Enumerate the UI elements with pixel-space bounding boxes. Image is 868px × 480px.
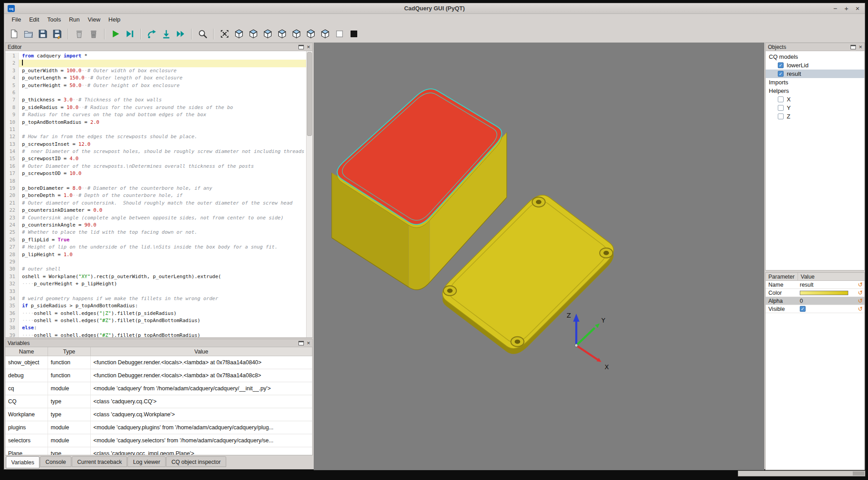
variables-column-name[interactable]: Name bbox=[5, 347, 48, 356]
code-line-18[interactable]: 18 bbox=[5, 178, 307, 185]
code-line-12[interactable]: 12# How far in from the edges the screwp… bbox=[5, 133, 307, 140]
zoom-icon[interactable] bbox=[196, 27, 209, 40]
editor-scrollbar[interactable] bbox=[306, 51, 312, 337]
param-row-name[interactable]: Nameresult↺ bbox=[766, 281, 864, 289]
code-line-20[interactable]: 20p_boreDepth = 1.0··# Depth of the coun… bbox=[5, 192, 307, 199]
code-line-38[interactable]: 38else: bbox=[5, 324, 307, 332]
code-line-30[interactable]: 30# outer shell bbox=[5, 266, 307, 273]
code-line-39[interactable]: 39····oshell = oshell.edges("#Z").fillet… bbox=[5, 332, 307, 337]
menu-edit[interactable]: Edit bbox=[25, 14, 43, 26]
tab-cq-object-inspector[interactable]: CQ object inspector bbox=[166, 456, 226, 467]
render-run-icon[interactable] bbox=[109, 27, 122, 40]
code-line-34[interactable]: 34# weird geometry happens if we make th… bbox=[5, 295, 307, 302]
tab-console[interactable]: Console bbox=[40, 456, 71, 467]
parameter-column-parameter[interactable]: Parameter bbox=[766, 273, 798, 280]
code-line-2[interactable]: 2 bbox=[5, 60, 307, 67]
tree-item-result[interactable]: ✓result bbox=[766, 70, 864, 78]
code-line-11[interactable]: 11 bbox=[5, 126, 307, 133]
tree-group-imports[interactable]: Imports bbox=[766, 78, 864, 87]
code-line-4[interactable]: 4p_outerLength = 150.0··# Outer length o… bbox=[5, 74, 307, 82]
reset-icon[interactable]: ↺ bbox=[856, 297, 864, 304]
code-line-29[interactable]: 29 bbox=[5, 258, 307, 266]
save-script-icon[interactable] bbox=[36, 27, 49, 40]
code-line-13[interactable]: 13p_screwpostInset = 12.0 bbox=[5, 141, 307, 148]
visible-checkbox[interactable]: ✓ bbox=[800, 306, 806, 312]
delete-icon[interactable] bbox=[87, 27, 100, 40]
checkbox-result[interactable]: ✓ bbox=[778, 71, 784, 77]
code-line-36[interactable]: 36····oshell = oshell.edges("|Z").fillet… bbox=[5, 310, 307, 317]
close-panel-icon[interactable]: × bbox=[307, 340, 310, 346]
checkbox-y[interactable] bbox=[778, 105, 784, 111]
param-row-alpha[interactable]: Alpha0↺ bbox=[766, 297, 864, 305]
view-isometric-icon[interactable] bbox=[232, 27, 245, 40]
code-line-7[interactable]: 7p_thickness = 3.0··# Thickness of the b… bbox=[5, 96, 307, 104]
code-line-14[interactable]: 14# nner Diameter of the screwpost holes… bbox=[5, 148, 307, 155]
code-line-24[interactable]: 24p_countersinkAngle = 90.0 bbox=[5, 222, 307, 229]
tab-current-traceback[interactable]: Current traceback bbox=[72, 456, 127, 467]
code-line-21[interactable]: 21# Outer diameter of countersink. Shoul… bbox=[5, 200, 307, 207]
close-button[interactable]: × bbox=[855, 3, 859, 14]
step-over-icon[interactable] bbox=[145, 27, 158, 40]
code-line-28[interactable]: 28p_lipHeight = 1.0 bbox=[5, 251, 307, 258]
reset-icon[interactable]: ↺ bbox=[856, 305, 864, 312]
continue-icon[interactable] bbox=[174, 27, 187, 40]
code-line-16[interactable]: 16# Outer Diameter of the screwposts.\nD… bbox=[5, 163, 307, 170]
tab-variables[interactable]: Variables bbox=[6, 456, 39, 468]
code-line-3[interactable]: 3p_outerWidth = 100.0··# Outer width of … bbox=[5, 67, 307, 74]
code-line-9[interactable]: 9# Radius for the curves on the top and … bbox=[5, 111, 307, 118]
checkbox-lowerlid[interactable]: ✓ bbox=[778, 62, 784, 68]
code-line-27[interactable]: 27# Height of lip on the underside of th… bbox=[5, 244, 307, 251]
new-script-icon[interactable] bbox=[8, 27, 21, 40]
code-line-22[interactable]: 22p_countersinkDiameter = 0.0 bbox=[5, 207, 307, 214]
fit-view-icon[interactable] bbox=[218, 27, 231, 40]
titlebar[interactable]: cq CadQuery GUI (PyQT) − + × bbox=[4, 3, 865, 14]
code-line-23[interactable]: 23# Countersink angle (complete angle be… bbox=[5, 214, 307, 222]
code-line-37[interactable]: 37····oshell = oshell.edges("#Z").fillet… bbox=[5, 317, 307, 324]
view-top-icon[interactable] bbox=[304, 27, 317, 40]
checkbox-z[interactable] bbox=[778, 113, 784, 119]
close-panel-icon[interactable]: × bbox=[859, 44, 862, 50]
code-line-15[interactable]: 15p_screwpostID = 4.0 bbox=[5, 155, 307, 162]
menu-run[interactable]: Run bbox=[65, 14, 84, 26]
view-left-icon[interactable] bbox=[276, 27, 289, 40]
color-swatch[interactable] bbox=[800, 291, 848, 295]
scrollbar-thumb[interactable] bbox=[307, 52, 312, 136]
view-front-icon[interactable] bbox=[247, 27, 260, 40]
menu-help[interactable]: Help bbox=[105, 14, 125, 26]
code-line-33[interactable]: 33 bbox=[5, 288, 307, 295]
float-panel-icon[interactable] bbox=[850, 45, 856, 49]
tree-group-cq-models[interactable]: CQ models bbox=[766, 52, 864, 61]
open-script-icon[interactable] bbox=[22, 27, 35, 40]
viewport-3d[interactable]: Z Y X bbox=[314, 43, 764, 470]
code-line-1[interactable]: 1from cadquery import * bbox=[5, 52, 307, 60]
code-line-26[interactable]: 26p_flipLid = True bbox=[5, 236, 307, 244]
tree-item-lowerlid[interactable]: ✓lowerLid bbox=[766, 61, 864, 70]
close-panel-icon[interactable]: × bbox=[307, 44, 310, 50]
tab-log-viewer[interactable]: Log viewer bbox=[127, 456, 165, 467]
variable-row-debug[interactable]: debugfunction<function Debugger.render.<… bbox=[5, 369, 312, 382]
float-panel-icon[interactable] bbox=[298, 341, 304, 345]
float-panel-icon[interactable] bbox=[298, 45, 304, 49]
menu-file[interactable]: File bbox=[8, 14, 25, 26]
code-line-19[interactable]: 19p_boreDiameter = 8.0··# Diameter of th… bbox=[5, 185, 307, 192]
code-line-5[interactable]: 5p_outerHeight = 50.0··# Outer height of… bbox=[5, 82, 307, 89]
maximize-button[interactable]: + bbox=[844, 3, 848, 14]
variables-column-value[interactable]: Value bbox=[91, 347, 312, 356]
code-line-35[interactable]: 35if p_sideRadius > p_topAndBottomRadius… bbox=[5, 302, 307, 310]
horizontal-scrollbar[interactable] bbox=[738, 471, 865, 476]
view-back-icon[interactable] bbox=[261, 27, 274, 40]
shaded-view-icon[interactable] bbox=[347, 27, 360, 40]
code-line-10[interactable]: 10p_topAndBottomRadius = 2.0 bbox=[5, 119, 307, 126]
variables-column-type[interactable]: Type bbox=[48, 347, 91, 356]
view-bottom-icon[interactable] bbox=[319, 27, 332, 40]
tree-item-y[interactable]: Y bbox=[766, 104, 864, 112]
tree-group-helpers[interactable]: Helpers bbox=[766, 87, 864, 95]
param-row-visible[interactable]: Visible✓↺ bbox=[766, 305, 864, 313]
variable-row-show-object[interactable]: show_objectfunction<function Debugger.re… bbox=[5, 356, 312, 369]
variable-row-plugins[interactable]: pluginsmodule<module 'cadquery.plugins' … bbox=[5, 421, 312, 434]
code-line-25[interactable]: 25# Whether to place the lid with the to… bbox=[5, 229, 307, 236]
variable-row-plane[interactable]: Planetype<class 'cadquery.occ_impl.geom.… bbox=[5, 447, 312, 455]
tree-item-z[interactable]: Z bbox=[766, 112, 864, 121]
code-line-6[interactable]: 6 bbox=[5, 89, 307, 96]
debug-icon[interactable] bbox=[123, 27, 136, 40]
